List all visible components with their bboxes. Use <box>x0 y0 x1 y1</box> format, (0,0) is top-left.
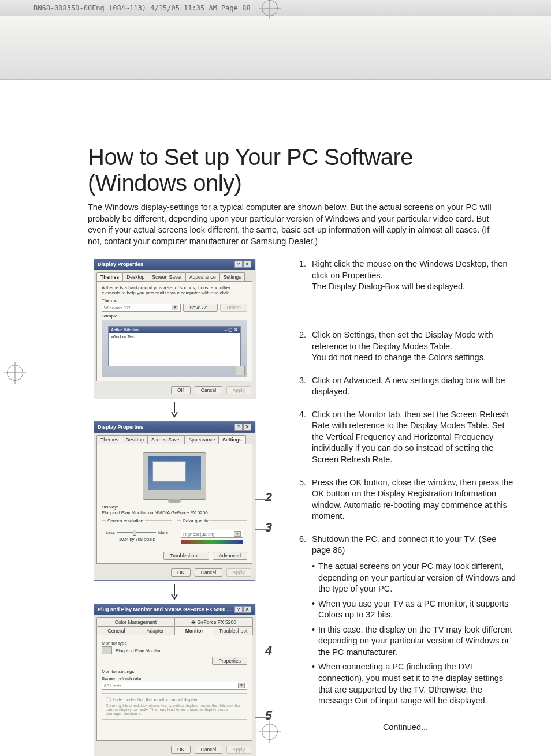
tab-settings[interactable]: Settings <box>218 435 246 444</box>
dialog2-cancel-button[interactable]: Cancel <box>195 568 222 577</box>
tab-screen-saver[interactable]: Screen Saver <box>148 272 186 281</box>
hide-modes-checkbox[interactable]: Hide modes that this monitor cannot disp… <box>106 697 243 702</box>
dialog3-ok-button[interactable]: OK <box>171 746 191 754</box>
monitor-properties-button[interactable]: Properties <box>212 657 247 665</box>
close-icon[interactable]: X <box>243 424 251 431</box>
tab-themes[interactable]: Themes <box>96 435 122 444</box>
dialog1-tabs: Themes Desktop Screen Saver Appearance S… <box>94 270 255 281</box>
callout-number-2: 2 <box>265 490 272 505</box>
dialog1-ok-button[interactable]: OK <box>171 386 191 394</box>
dialog1-cancel-button[interactable]: Cancel <box>195 386 222 394</box>
step-body: Click on the Monitor tab, then set the S… <box>312 409 516 466</box>
sample-active-window-title: Active Window <box>111 327 139 332</box>
close-icon[interactable]: X <box>243 606 251 613</box>
step-number: 4. <box>295 409 306 466</box>
help-icon[interactable]: ? <box>234 424 243 431</box>
dialog2-title: Display Properties <box>98 424 143 430</box>
theme-dropdown[interactable]: Windows XP▾ <box>102 304 181 312</box>
bullet-item: When you use your TV as a PC monitor, it… <box>312 598 516 621</box>
step-number: 6. <box>295 534 306 710</box>
page-title: How to Set up Your PC Software (Windows … <box>88 144 516 196</box>
step-item: 6.Shutdown the PC, and connect it to you… <box>295 534 516 710</box>
chevron-down-icon: ▾ <box>172 305 178 310</box>
res-more-label: More <box>158 530 168 535</box>
screenshots-column: Display Properties ?X Themes Desktop Scr… <box>88 259 261 756</box>
res-less-label: Less <box>106 530 115 535</box>
arrow-down-icon <box>88 402 261 420</box>
display-value: Plug and Play Monitor on NVIDIA GeForce … <box>102 510 247 515</box>
dialog2-ok-button[interactable]: OK <box>171 568 191 577</box>
step-body: Shutdown the PC, and connect it to your … <box>312 534 516 710</box>
callout-line <box>255 717 271 718</box>
help-icon[interactable]: ? <box>234 606 243 613</box>
step-body: Click on Settings, then set the Display … <box>312 330 516 364</box>
theme-label: Theme: <box>102 298 247 303</box>
tab-appearance[interactable]: Appearance <box>185 272 220 281</box>
registration-mark-top <box>262 0 278 16</box>
tab-settings[interactable]: Settings <box>219 272 245 281</box>
display-properties-settings-dialog: Display Properties ?X Themes Desktop Scr… <box>94 421 255 581</box>
dialog3-cancel-button[interactable]: Cancel <box>195 746 222 754</box>
advanced-button[interactable]: Advanced <box>213 552 247 560</box>
monitor-icon <box>102 646 112 654</box>
dialog3-apply-button: Apply <box>226 746 251 754</box>
chevron-down-icon: ▾ <box>238 683 245 688</box>
dialog1-description: A theme is a background plus a set of so… <box>102 285 247 295</box>
help-icon[interactable]: ? <box>234 261 243 268</box>
tab-screen-saver[interactable]: Screen Saver <box>147 435 185 444</box>
dialog2-window-buttons: ?X <box>234 424 251 431</box>
tab-desktop[interactable]: Desktop <box>122 272 148 281</box>
delete-button: Delete <box>220 304 247 312</box>
color-quality-label: Color quality <box>181 518 210 523</box>
tab-geforce[interactable]: ◉ GeForce FX 5200 <box>174 617 253 626</box>
hide-modes-label: Hide modes that this monitor cannot disp… <box>113 697 198 702</box>
tab-general[interactable]: General <box>96 626 136 635</box>
troubleshoot-button[interactable]: Troubleshoot... <box>163 552 209 560</box>
dialog1-window-buttons: ?X <box>234 261 251 268</box>
callout-line <box>255 529 271 530</box>
save-as-button[interactable]: Save As... <box>183 304 218 312</box>
nvidia-eye-icon: ◉ <box>191 619 197 625</box>
dialog3-title: Plug and Play Monitor and NVIDIA GeForce… <box>98 607 231 612</box>
step-item: 5.Press the OK button, close the window,… <box>295 477 516 522</box>
hide-modes-description: Clearing this check box allows you to se… <box>106 703 243 716</box>
resolution-slider[interactable]: Less More <box>106 530 168 535</box>
callout-number-4: 4 <box>265 643 272 658</box>
page-top-band <box>0 16 551 80</box>
screen-resolution-label: Screen resolution <box>106 518 145 523</box>
display-properties-themes-dialog: Display Properties ?X Themes Desktop Scr… <box>94 259 255 398</box>
monitor-settings-label: Monitor settings <box>102 669 247 674</box>
tab-desktop[interactable]: Desktop <box>122 435 148 444</box>
bullet-item: When connecting a PC (including the DVI … <box>312 661 516 706</box>
tab-appearance[interactable]: Appearance <box>184 435 219 444</box>
sample-window-buttons: – ▢ ✕ <box>225 327 238 332</box>
refresh-rate-value: 60 Hertz <box>104 683 121 688</box>
close-icon[interactable]: X <box>243 261 251 268</box>
tab-color-management[interactable]: Color Management <box>96 617 175 626</box>
step-item: 4.Click on the Monitor tab, then set the… <box>295 409 516 466</box>
tab-themes[interactable]: Themes <box>96 272 123 281</box>
tab-monitor[interactable]: Monitor <box>174 626 214 635</box>
refresh-rate-dropdown[interactable]: 60 Hertz▾ <box>102 682 247 690</box>
instructions-column: 1.Right click the mouse on the Windows D… <box>295 259 516 733</box>
tab-adapter[interactable]: Adapter <box>136 626 176 635</box>
step-body: Right click the mouse on the Windows Des… <box>312 259 516 293</box>
chevron-down-icon: ▾ <box>234 531 241 537</box>
registration-mark-left <box>7 365 23 381</box>
callout-line <box>255 653 271 653</box>
arrow-down-icon <box>88 584 261 602</box>
monitor-type-value: Plug and Play Monitor <box>116 648 161 653</box>
step-item: 1.Right click the mouse on the Windows D… <box>295 259 516 293</box>
step-number: 1. <box>295 259 306 293</box>
sample-preview: Active Window – ▢ ✕ Window Text <box>102 320 247 377</box>
dialog3-tabs-row2: General Adapter Monitor Troubleshoot <box>94 626 255 635</box>
color-quality-dropdown[interactable]: Highest (32 bit)▾ <box>181 530 243 538</box>
tab-troubleshoot[interactable]: Troubleshoot <box>214 626 254 635</box>
monitor-type-label: Monitor type <box>102 641 247 646</box>
step-body: Press the OK button, close the window, t… <box>312 477 516 522</box>
dialog1-apply-button: Apply <box>226 386 251 394</box>
page-content: How to Set up Your PC Software (Windows … <box>88 144 516 756</box>
dialog3-window-buttons: ?X <box>234 606 251 613</box>
continued-label: Continued... <box>295 722 516 733</box>
bullet-item: In this case, the display on the TV may … <box>312 624 516 658</box>
